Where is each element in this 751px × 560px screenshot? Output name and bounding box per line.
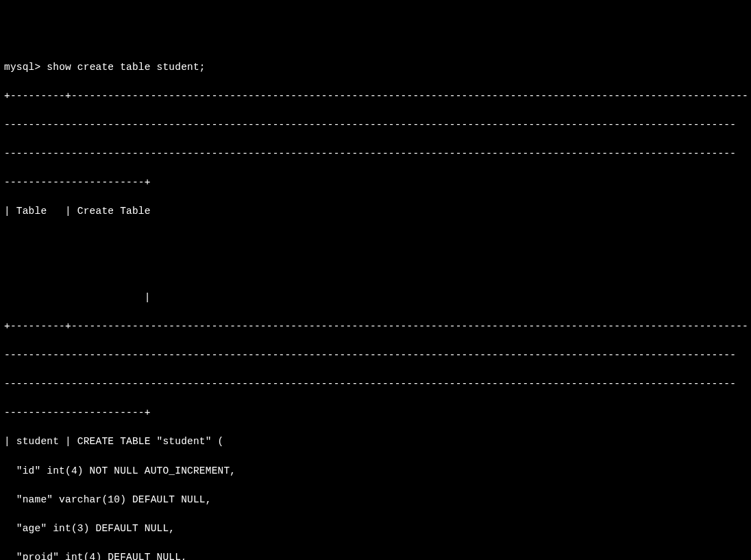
command-text-1: show create table student;	[47, 62, 205, 73]
create-table-line: "id" int(4) NOT NULL AUTO_INCREMENT,	[4, 464, 747, 478]
table-border-cont: ----------------------------------------…	[4, 118, 747, 132]
table-border-cont: ----------------------------------------…	[4, 348, 747, 363]
create-table-row-start: | student | CREATE TABLE "student" (	[4, 435, 747, 449]
table-border-end: -----------------------+	[4, 406, 747, 420]
create-table-line: "age" int(3) DEFAULT NULL,	[4, 522, 747, 536]
table-border-top: +---------+-----------------------------…	[4, 89, 747, 104]
table-header-row: | Table | Create Table	[4, 204, 747, 219]
table-header-blank	[4, 233, 747, 247]
table-border-cont: ----------------------------------------…	[4, 377, 747, 391]
table-border-end: -----------------------+	[4, 175, 747, 190]
mysql-prompt: mysql>	[4, 62, 40, 73]
table-header-blank	[4, 262, 747, 276]
table-border-cont: ----------------------------------------…	[4, 147, 747, 161]
create-table-line: "proid" int(4) DEFAULT NULL,	[4, 550, 747, 560]
create-table-line: "name" varchar(10) DEFAULT NULL,	[4, 493, 747, 507]
command-line-1[interactable]: mysql> show create table student;	[4, 60, 747, 75]
table-header-pipe: |	[4, 291, 747, 305]
table-border-mid: +---------+-----------------------------…	[4, 319, 747, 334]
